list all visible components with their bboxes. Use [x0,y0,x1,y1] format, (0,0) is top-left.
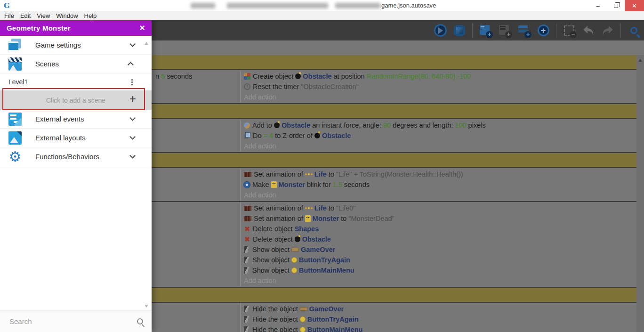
conditions-cell[interactable]: n 5 seconds [152,70,241,103]
close-button[interactable]: ✕ [625,0,644,11]
action-line[interactable]: Hide the object ButtonMainMenu [244,324,636,332]
action-text: to Z-order of [273,132,314,139]
sidebar-item-external-layouts[interactable]: External layouts [0,129,152,147]
event-row[interactable]: Set animation of Life to "Life0"Set anim… [152,202,636,287]
scene-item-level1[interactable]: Level1 [0,73,152,90]
sidebar-item-functions-behaviors[interactable]: ⚙ Functions/Behaviors [0,147,152,166]
add-event-button[interactable]: + [479,24,492,37]
action-line[interactable]: Show object ButtonTryAgain [244,255,636,265]
chevron-up-icon[interactable] [128,62,134,68]
minus-bubble-icon: − [570,31,577,38]
event-group-header[interactable] [152,153,636,167]
actions-cell[interactable]: Add to Obstacle an instant force, angle:… [241,119,636,152]
add-action-button[interactable]: Add action [244,141,636,151]
action-line[interactable]: Add to Obstacle an instant force, angle:… [244,120,636,130]
actions-cell[interactable]: Create object Obstacle at position Rando… [241,70,636,103]
menu-view[interactable]: View [37,12,55,19]
kebab-menu-icon[interactable] [131,79,133,81]
obstacle-object-icon [295,73,301,79]
actions-cell[interactable]: Set animation of Life to "Life0"Set anim… [241,202,636,287]
play-button[interactable] [434,24,447,37]
sidebar-item-label: Functions/Behaviors [35,153,99,161]
scroll-down-icon[interactable] [145,305,148,308]
menu-file[interactable]: File [4,12,19,19]
animation-icon [244,206,251,211]
action-line[interactable]: Make Monster blink for 1.5 seconds [244,179,636,190]
scroll-up-icon[interactable] [145,42,148,45]
event-row[interactable]: Add to Obstacle an instant force, angle:… [152,119,636,152]
scroll-up-icon[interactable] [638,59,642,62]
add-action-button[interactable]: Add action [244,275,636,286]
events-scrollbar[interactable] [636,55,644,332]
remove-event-button[interactable]: − [563,24,576,37]
add-subevent-button[interactable]: + [498,24,511,37]
event-group-header[interactable] [152,104,636,118]
conditions-cell[interactable] [152,168,241,201]
action-line[interactable]: Hide the object GameOver [244,304,636,314]
minimize-button[interactable]: – [589,0,607,11]
close-drawer-icon[interactable]: × [139,22,145,33]
conditions-cell[interactable] [152,202,241,287]
plus-bubble-icon: + [486,31,493,38]
menu-edit[interactable]: Edit [20,12,36,19]
action-line[interactable]: Hide the object ButtonTryAgain [244,314,636,324]
show-object-icon [244,257,249,263]
sidebar-item-scenes[interactable]: Scenes [0,55,152,73]
obstacle-object-icon [274,122,280,128]
chevron-down-icon[interactable] [129,115,136,121]
add-action-button[interactable]: Add action [244,190,636,200]
game-settings-icon [8,39,22,52]
action-line[interactable]: Create object Obstacle at position Rando… [244,71,636,81]
action-text: Set animation of [254,204,305,212]
action-text: "MonsterDead" [348,215,394,222]
add-action-button[interactable]: Add action [244,92,636,102]
maximize-button[interactable] [607,0,625,11]
action-text: Show object [252,246,291,253]
action-text: Add to [252,121,274,129]
event-row[interactable]: n 5 secondsCreate object Obstacle at pos… [152,70,636,103]
action-line[interactable]: Show object GameOver [244,244,636,255]
action-text: RandomInRange(80, 640-80);-100 [367,73,471,80]
sidebar-item-external-events[interactable]: External events [0,110,152,129]
search-bar[interactable]: Search [0,310,152,332]
event-row[interactable]: Hide the object GameOverHide the object … [152,303,636,332]
action-line[interactable]: ✖Delete object Obstacle [244,234,636,244]
actions-cell[interactable]: Hide the object GameOverHide the object … [241,303,636,332]
event-group-header[interactable] [152,288,636,302]
redo-button[interactable] [601,24,614,37]
add-scene-button[interactable]: Click to add a scene + [0,90,152,110]
action-line[interactable]: Do = 4 to Z-order of Obstacle [244,130,636,141]
actions-cell[interactable]: Set animation of Life to "Life" + ToStri… [241,168,636,201]
menu-window[interactable]: Window [56,12,83,19]
add-event-circle-button[interactable]: + [537,24,550,37]
action-line[interactable]: Reset the timer "ObstacleCreation" [244,81,636,92]
undo-button[interactable] [582,24,595,37]
menu-help[interactable]: Help [84,12,102,19]
event-group-header[interactable] [152,55,636,69]
window-title: game.json.autosave [381,2,436,9]
search-input[interactable]: Search [9,317,137,325]
action-line[interactable]: Set animation of Monster to "MonsterDead… [244,213,636,224]
action-line[interactable]: Set animation of Life to "Life" + ToStri… [244,169,636,179]
search-icon[interactable] [137,318,143,324]
sidebar-item-game-settings[interactable]: Game settings [0,36,152,55]
chevron-down-icon[interactable] [129,153,136,159]
add-comment-button[interactable]: + [517,24,531,37]
event-row[interactable]: Set animation of Life to "Life" + ToStri… [152,168,636,201]
add-subevent-icon: + [499,25,509,35]
play-icon [434,24,447,37]
action-text: to [339,215,348,222]
project-title: Geometry Monster [7,24,71,32]
debugger-button[interactable] [453,24,466,37]
action-line[interactable]: Show object ButtonMainMenu [244,265,636,275]
action-line[interactable]: Set animation of Life to "Life0" [244,203,636,213]
chevron-down-icon[interactable] [129,41,136,47]
action-line[interactable]: ✖Delete object Shapes [244,224,636,234]
conditions-cell[interactable] [152,303,241,332]
action-text: "ObstacleCreation" [301,83,358,90]
chevron-down-icon[interactable] [129,134,136,140]
conditions-cell[interactable] [152,119,241,152]
blurred-title-segment [191,3,215,8]
action-text: an instant force, angle: [310,121,383,129]
search-events-button[interactable] [627,24,640,37]
